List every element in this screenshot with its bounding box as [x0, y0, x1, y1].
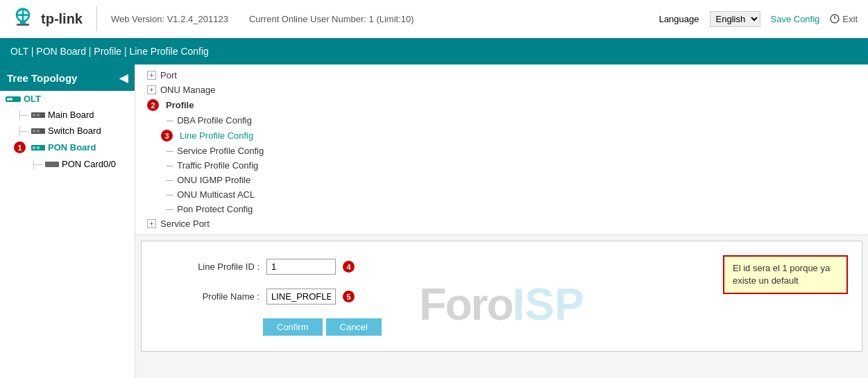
tooltip-box: El id sera el 1 porque ya existe un defa… — [723, 255, 848, 294]
svg-point-9 — [10, 98, 12, 101]
sidebar: Tree Topology ◀ OLT ├─ Main Board ├─ Swi… — [0, 65, 135, 378]
expand-port-icon: + — [147, 71, 156, 80]
nav-item-service-port[interactable]: + Service Port — [146, 216, 858, 231]
svg-rect-19 — [45, 162, 59, 167]
svg-rect-18 — [37, 146, 40, 149]
nav-item-profile[interactable]: 2 Profile — [146, 97, 858, 113]
power-icon — [830, 14, 840, 24]
nav-menu: + Port + ONU Manage 2 Profile ─ DBA Prof… — [135, 65, 868, 235]
nav-item-dba-profile[interactable]: ─ DBA Profile Config — [146, 113, 858, 128]
svg-rect-3 — [20, 22, 26, 24]
profile-name-input[interactable] — [266, 289, 336, 304]
badge-2: 2 — [147, 99, 159, 111]
nav-item-service-profile[interactable]: ─ Service Profile Config — [146, 144, 858, 158]
badge-4: 4 — [343, 261, 355, 273]
save-config-link[interactable]: Save Config — [771, 14, 820, 24]
switch-board-icon — [31, 128, 45, 135]
expand-onu-icon: + — [147, 85, 156, 94]
olt-device-icon — [6, 95, 21, 103]
logo: tp-link — [10, 6, 97, 31]
nav-item-onu-igmp[interactable]: ─ ONU IGMP Profile — [146, 173, 858, 187]
header-right: Language English Save Config Exit — [659, 11, 858, 27]
nav-item-traffic-profile[interactable]: ─ Traffic Profile Config — [146, 158, 858, 173]
breadcrumb: OLT | PON Board | Profile | Line Profile… — [0, 38, 868, 65]
pon-card-icon — [45, 161, 59, 168]
line-profile-id-label: Line Profile ID : — [155, 261, 259, 272]
header: tp-link Web Version: V1.2.4_201123 Curre… — [0, 0, 868, 38]
breadcrumb-text: OLT | PON Board | Profile | Line Profile… — [10, 46, 209, 57]
online-users: Current Online User Number: 1 (Limit:10) — [249, 14, 414, 24]
svg-point-8 — [7, 98, 10, 101]
nav-item-onu-multicast[interactable]: ─ ONU Multicast ACL — [146, 187, 858, 202]
logo-text: tp-link — [41, 11, 83, 27]
logo-icon — [10, 6, 35, 31]
sidebar-header: Tree Topology ◀ — [0, 65, 135, 91]
pon-board-icon — [31, 144, 45, 151]
sidebar-title: Tree Topology — [7, 72, 77, 84]
sidebar-item-olt[interactable]: OLT — [0, 91, 135, 107]
tooltip-text: El id sera el 1 porque ya existe un defa… — [733, 263, 830, 286]
cancel-button[interactable]: Cancel — [326, 318, 382, 336]
badge-3: 3 — [161, 130, 173, 141]
nav-item-onu-manage[interactable]: + ONU Manage — [146, 83, 858, 97]
line-profile-id-input[interactable] — [266, 259, 336, 275]
language-label: Language — [659, 14, 699, 24]
language-select[interactable]: English — [710, 11, 760, 27]
exit-button[interactable]: Exit — [830, 14, 858, 24]
main-board-icon — [31, 112, 45, 119]
sidebar-item-main-board[interactable]: ├─ Main Board — [0, 107, 135, 123]
sidebar-item-pon-card[interactable]: ├─ PON Card0/0 — [0, 156, 135, 172]
svg-rect-12 — [37, 114, 40, 117]
nav-item-port[interactable]: + Port — [146, 68, 858, 83]
svg-rect-4 — [17, 24, 29, 26]
badge-1: 1 — [14, 141, 26, 153]
svg-rect-14 — [33, 130, 35, 132]
nav-item-pon-protect[interactable]: ─ Pon Protect Config — [146, 202, 858, 216]
sidebar-collapse-button[interactable]: ◀ — [119, 71, 128, 85]
nav-item-line-profile[interactable]: 3 Line Profile Config — [146, 128, 858, 144]
sidebar-item-pon-board[interactable]: 1 PON Board — [0, 139, 135, 156]
main-layout: Tree Topology ◀ OLT ├─ Main Board ├─ Swi… — [0, 65, 868, 378]
header-info: Web Version: V1.2.4_201123 Current Onlin… — [111, 14, 645, 24]
web-version: Web Version: V1.2.4_201123 — [111, 14, 228, 24]
content-area: + Port + ONU Manage 2 Profile ─ DBA Prof… — [135, 65, 868, 378]
form-panel: Line Profile ID : 4 Profile Name : 5 Con… — [141, 241, 862, 352]
badge-5: 5 — [343, 291, 355, 302]
form-buttons: Confirm Cancel — [155, 318, 848, 336]
svg-rect-11 — [33, 114, 35, 117]
profile-name-label: Profile Name : — [155, 291, 259, 302]
sidebar-item-switch-board[interactable]: ├─ Switch Board — [0, 123, 135, 139]
expand-service-icon: + — [147, 219, 156, 228]
svg-rect-17 — [33, 146, 35, 149]
confirm-button[interactable]: Confirm — [263, 318, 323, 336]
svg-rect-15 — [37, 130, 40, 132]
